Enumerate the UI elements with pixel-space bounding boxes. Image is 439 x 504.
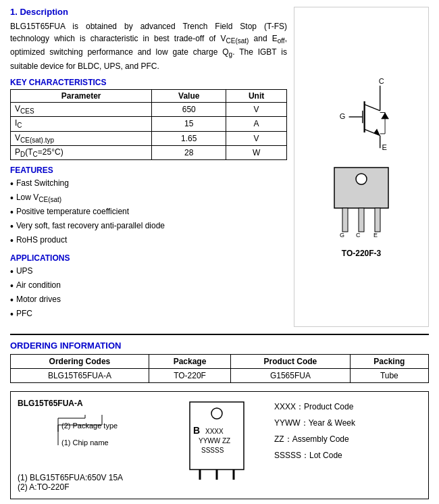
- description-text: BLG15T65FUA is obtained by advanced Tren…: [10, 20, 287, 72]
- ordering-header-3: Packing: [350, 355, 428, 369]
- param-header-1: Value: [152, 89, 226, 102]
- param-unit: W: [226, 145, 287, 159]
- app-text: Air condition: [16, 279, 61, 291]
- svg-text:C: C: [379, 77, 384, 85]
- feature-text: Fast Switching: [16, 177, 69, 189]
- table-row: BLG15T65FUA-A TO-220F G1565FUA Tube: [11, 369, 429, 383]
- list-item: Low VCE(sat): [10, 191, 287, 205]
- param-name: VCE(sat).typ: [11, 131, 152, 145]
- vce-sat-sub: CE(sat): [38, 197, 61, 204]
- param-unit: V: [226, 102, 287, 116]
- list-item: Air condition: [10, 279, 287, 293]
- ic-sub: C: [17, 122, 22, 130]
- diagram-area: C G E: [294, 7, 429, 327]
- svg-rect-19: [359, 208, 364, 232]
- param-unit: V: [226, 131, 287, 145]
- pd-tc: C: [33, 151, 38, 158]
- legend-line1: XXXX：Product Code: [274, 399, 421, 415]
- ordering-code: BLG15T65FUA-A: [11, 369, 149, 383]
- param-unit: A: [226, 117, 287, 131]
- chip-marking-svg: B XXXX YYWW ZZ SSSSS: [186, 399, 261, 480]
- param-value: 650: [152, 102, 226, 116]
- legend-line3: ZZ：Assembly Code: [274, 431, 421, 447]
- ordering-header-0: Ordering Codes: [11, 355, 149, 369]
- marking-top: BLG15T65FUA-A (2) Package type (1) Chip …: [18, 399, 421, 492]
- list-item: UPS: [10, 265, 287, 279]
- bracket-svg: (2) Package type (1) Chip name: [18, 411, 173, 465]
- table-row: VCE(sat).typ 1.65 V: [11, 131, 287, 145]
- ordering-product-code: G1565FUA: [231, 369, 351, 383]
- param-name: IC: [11, 117, 152, 131]
- description-area: 1. Description BLG15T65FUA is obtained b…: [10, 7, 287, 327]
- package-drawing: G C E: [321, 164, 402, 238]
- svg-text:B: B: [193, 425, 200, 436]
- ordering-title: ORDERING INFORMATION: [10, 341, 429, 351]
- marking-part-name: BLG15T65FUA-A: [18, 399, 173, 408]
- key-char-title: KEY CHARACTERISTICS: [10, 78, 287, 87]
- svg-line-5: [365, 104, 380, 110]
- features-title: FEATURES: [10, 166, 287, 175]
- param-table: Parameter Value Unit VCES 650 V IC 15 A …: [10, 89, 287, 161]
- list-item: RoHS product: [10, 234, 287, 248]
- table-row: VCES 650 V: [11, 102, 287, 116]
- footnote2: (2) A:TO-220F: [18, 482, 173, 492]
- pd-sub: D: [20, 151, 25, 158]
- feature-text: Very soft, fast recovery anti-parallel d…: [16, 220, 165, 232]
- desc-part1: BLG15T65FUA is obtained by advanced Tren…: [10, 22, 287, 71]
- param-value: 28: [152, 145, 226, 159]
- section-divider-1: [10, 334, 429, 335]
- svg-text:(1) Chip name: (1) Chip name: [61, 438, 109, 447]
- svg-text:E: E: [382, 143, 386, 151]
- svg-rect-18: [342, 208, 348, 232]
- vce-sub: CE(sat).typ: [20, 136, 54, 144]
- list-item: Positive temperature coefficient: [10, 205, 287, 220]
- marking-section: BLG15T65FUA-A (2) Package type (1) Chip …: [10, 391, 429, 499]
- features-list: Fast Switching Low VCE(sat) Positive tem…: [10, 177, 287, 248]
- param-value: 15: [152, 117, 226, 131]
- package-label: TO-220F-3: [342, 249, 381, 258]
- top-section: 1. Description BLG15T65FUA is obtained b…: [10, 7, 429, 327]
- ordering-header-1: Package: [149, 355, 230, 369]
- feature-text: Positive temperature coefficient: [16, 205, 129, 218]
- param-name: PD(TC=25°C): [11, 145, 152, 159]
- applications-list: UPS Air condition Motor drives PFC: [10, 265, 287, 322]
- svg-text:XXXX: XXXX: [205, 428, 224, 435]
- list-item: PFC: [10, 307, 287, 322]
- svg-text:E: E: [373, 232, 378, 238]
- vces-sub: CES: [20, 107, 34, 115]
- svg-text:SSSSS: SSSSS: [201, 447, 224, 454]
- param-value: 1.65: [152, 131, 226, 145]
- desc-sub-g: g: [229, 51, 233, 59]
- svg-text:(2) Package type: (2) Package type: [61, 422, 118, 430]
- applications-title: APPLICATIONS: [10, 253, 287, 263]
- param-name: VCES: [11, 102, 152, 116]
- ordering-table: Ordering Codes Package Product Code Pack…: [10, 354, 429, 383]
- table-row: PD(TC=25°C) 28 W: [11, 145, 287, 159]
- list-item: Fast Switching: [10, 177, 287, 191]
- desc-sub-off: off: [278, 37, 285, 45]
- svg-text:G: G: [340, 232, 344, 238]
- marking-left: BLG15T65FUA-A (2) Package type (1) Chip …: [18, 399, 173, 492]
- app-text: UPS: [16, 265, 33, 277]
- section1-title: 1. Description: [10, 7, 287, 17]
- param-header-2: Unit: [226, 89, 287, 102]
- footnotes: (1) BLG15T65FUA:650V 15A (2) A:TO-220F: [18, 473, 173, 492]
- svg-text:C: C: [356, 232, 361, 238]
- ordering-header-2: Product Code: [231, 355, 351, 369]
- desc-sub-ce: CE(sat): [226, 37, 249, 45]
- param-header-0: Parameter: [11, 89, 152, 102]
- footnote1: (1) BLG15T65FUA:650V 15A: [18, 473, 173, 482]
- marking-legend: XXXX：Product Code YYWW：Year & Week ZZ：As…: [274, 399, 421, 463]
- ordering-package: TO-220F: [149, 369, 230, 383]
- svg-point-33: [211, 408, 222, 419]
- legend-line4: SSSSS：Lot Code: [274, 447, 421, 463]
- marking-center: B XXXX YYWW ZZ SSSSS: [186, 399, 261, 482]
- svg-point-17: [356, 174, 367, 184]
- list-item: Motor drives: [10, 293, 287, 307]
- feature-text: RoHS product: [16, 234, 67, 246]
- ordering-packing: Tube: [350, 369, 428, 383]
- svg-text:G: G: [340, 111, 346, 120]
- list-item: Very soft, fast recovery anti-parallel d…: [10, 220, 287, 234]
- legend-line2: YYWW：Year & Week: [274, 415, 421, 431]
- svg-rect-20: [375, 208, 380, 232]
